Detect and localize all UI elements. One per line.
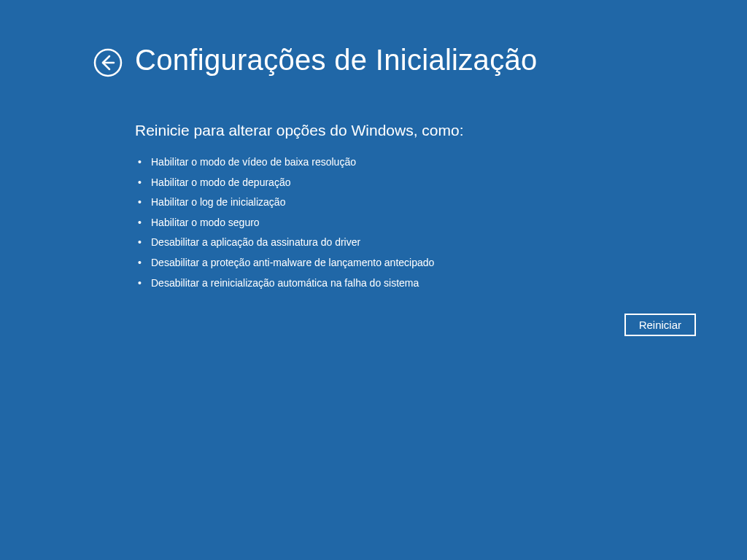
startup-settings-screen: Configurações de Inicialização Reinicie …	[0, 0, 747, 293]
back-arrow-icon	[93, 48, 123, 77]
option-item: Desabilitar a reinicialização automática…	[135, 273, 696, 294]
page-title: Configurações de Inicialização	[135, 44, 696, 77]
option-item: Habilitar o modo seguro	[135, 213, 696, 233]
options-list: Habilitar o modo de vídeo de baixa resol…	[135, 152, 696, 293]
option-item: Desabilitar a aplicação da assinatura do…	[135, 233, 696, 253]
back-button[interactable]	[93, 48, 123, 77]
option-item: Habilitar o log de inicialização	[135, 192, 696, 213]
option-item: Habilitar o modo de vídeo de baixa resol…	[135, 152, 696, 173]
restart-button[interactable]: Reiniciar	[624, 314, 696, 336]
content-area: Reinicie para alterar opções do Windows,…	[135, 122, 696, 293]
option-item: Desabilitar a proteção anti-malware de l…	[135, 253, 696, 273]
option-item: Habilitar o modo de depuração	[135, 173, 696, 193]
subtitle: Reinicie para alterar opções do Windows,…	[135, 122, 696, 139]
